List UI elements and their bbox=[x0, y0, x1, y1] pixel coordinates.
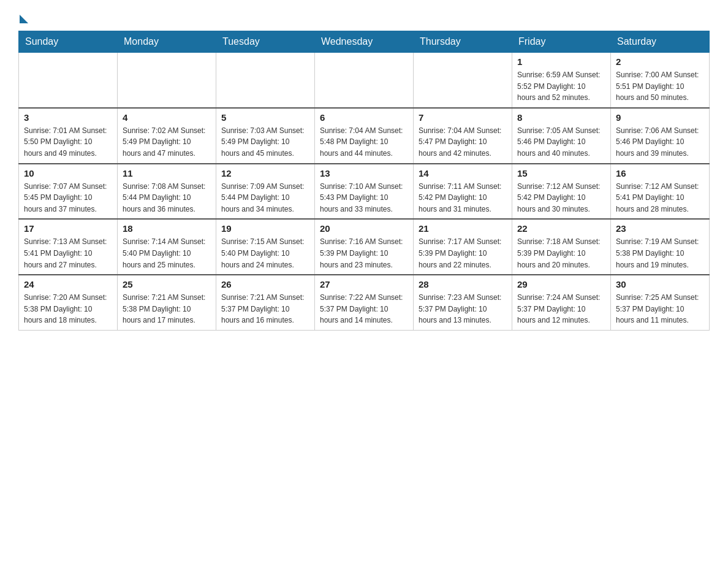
weekday-header-friday: Friday bbox=[512, 31, 611, 53]
day-number: 1 bbox=[517, 56, 605, 67]
calendar-week-row: 24Sunrise: 7:20 AM Sunset: 5:38 PM Dayli… bbox=[19, 275, 710, 330]
day-number: 9 bbox=[616, 112, 704, 123]
calendar-cell: 1Sunrise: 6:59 AM Sunset: 5:52 PM Daylig… bbox=[512, 53, 611, 108]
calendar-week-row: 3Sunrise: 7:01 AM Sunset: 5:50 PM Daylig… bbox=[19, 108, 710, 164]
day-info: Sunrise: 7:19 AM Sunset: 5:38 PM Dayligh… bbox=[616, 236, 704, 270]
calendar-cell bbox=[19, 53, 118, 108]
calendar-cell: 19Sunrise: 7:15 AM Sunset: 5:40 PM Dayli… bbox=[216, 219, 315, 275]
day-number: 28 bbox=[419, 279, 507, 289]
calendar-cell: 10Sunrise: 7:07 AM Sunset: 5:45 PM Dayli… bbox=[19, 164, 118, 220]
day-number: 10 bbox=[24, 168, 112, 178]
day-info: Sunrise: 7:20 AM Sunset: 5:38 PM Dayligh… bbox=[24, 292, 112, 326]
calendar-cell: 13Sunrise: 7:10 AM Sunset: 5:43 PM Dayli… bbox=[315, 164, 414, 220]
logo-arrow-icon bbox=[20, 15, 28, 23]
day-info: Sunrise: 7:17 AM Sunset: 5:39 PM Dayligh… bbox=[419, 236, 507, 270]
calendar-cell: 4Sunrise: 7:02 AM Sunset: 5:49 PM Daylig… bbox=[118, 108, 216, 164]
day-number: 13 bbox=[320, 168, 408, 178]
calendar-cell: 11Sunrise: 7:08 AM Sunset: 5:44 PM Dayli… bbox=[118, 164, 216, 220]
day-info: Sunrise: 7:08 AM Sunset: 5:44 PM Dayligh… bbox=[123, 181, 211, 215]
day-info: Sunrise: 7:13 AM Sunset: 5:41 PM Dayligh… bbox=[24, 236, 112, 270]
calendar-cell: 21Sunrise: 7:17 AM Sunset: 5:39 PM Dayli… bbox=[414, 219, 512, 275]
day-number: 2 bbox=[616, 56, 704, 67]
day-number: 8 bbox=[517, 112, 605, 123]
day-number: 4 bbox=[123, 112, 211, 123]
day-info: Sunrise: 7:14 AM Sunset: 5:40 PM Dayligh… bbox=[123, 236, 211, 270]
day-number: 24 bbox=[24, 279, 112, 289]
day-number: 27 bbox=[320, 279, 408, 289]
calendar-table: SundayMondayTuesdayWednesdayThursdayFrid… bbox=[18, 31, 710, 331]
calendar-cell: 30Sunrise: 7:25 AM Sunset: 5:37 PM Dayli… bbox=[611, 275, 710, 330]
logo bbox=[18, 12, 28, 21]
day-info: Sunrise: 7:21 AM Sunset: 5:38 PM Dayligh… bbox=[123, 292, 211, 326]
day-info: Sunrise: 7:05 AM Sunset: 5:46 PM Dayligh… bbox=[517, 125, 605, 159]
day-number: 12 bbox=[221, 168, 309, 178]
calendar-cell bbox=[118, 53, 216, 108]
calendar-cell: 12Sunrise: 7:09 AM Sunset: 5:44 PM Dayli… bbox=[216, 164, 315, 220]
day-info: Sunrise: 7:01 AM Sunset: 5:50 PM Dayligh… bbox=[24, 125, 112, 159]
calendar-cell: 9Sunrise: 7:06 AM Sunset: 5:46 PM Daylig… bbox=[611, 108, 710, 164]
day-number: 21 bbox=[419, 223, 507, 234]
day-info: Sunrise: 7:04 AM Sunset: 5:47 PM Dayligh… bbox=[419, 125, 507, 159]
day-number: 25 bbox=[123, 279, 211, 289]
day-info: Sunrise: 7:22 AM Sunset: 5:37 PM Dayligh… bbox=[320, 292, 408, 326]
calendar-cell: 25Sunrise: 7:21 AM Sunset: 5:38 PM Dayli… bbox=[118, 275, 216, 330]
day-info: Sunrise: 7:21 AM Sunset: 5:37 PM Dayligh… bbox=[221, 292, 309, 326]
day-number: 7 bbox=[419, 112, 507, 123]
day-info: Sunrise: 6:59 AM Sunset: 5:52 PM Dayligh… bbox=[517, 69, 605, 104]
day-info: Sunrise: 7:16 AM Sunset: 5:39 PM Dayligh… bbox=[320, 236, 408, 270]
calendar-cell: 17Sunrise: 7:13 AM Sunset: 5:41 PM Dayli… bbox=[19, 219, 118, 275]
day-number: 5 bbox=[221, 112, 309, 123]
calendar-cell: 2Sunrise: 7:00 AM Sunset: 5:51 PM Daylig… bbox=[611, 53, 710, 108]
calendar-cell: 6Sunrise: 7:04 AM Sunset: 5:48 PM Daylig… bbox=[315, 108, 414, 164]
day-number: 16 bbox=[616, 168, 704, 178]
day-info: Sunrise: 7:10 AM Sunset: 5:43 PM Dayligh… bbox=[320, 181, 408, 215]
calendar-cell: 29Sunrise: 7:24 AM Sunset: 5:37 PM Dayli… bbox=[512, 275, 611, 330]
calendar-cell: 24Sunrise: 7:20 AM Sunset: 5:38 PM Dayli… bbox=[19, 275, 118, 330]
day-number: 20 bbox=[320, 223, 408, 234]
calendar-week-row: 10Sunrise: 7:07 AM Sunset: 5:45 PM Dayli… bbox=[19, 164, 710, 220]
calendar-cell: 16Sunrise: 7:12 AM Sunset: 5:41 PM Dayli… bbox=[611, 164, 710, 220]
calendar-week-row: 17Sunrise: 7:13 AM Sunset: 5:41 PM Dayli… bbox=[19, 219, 710, 275]
calendar-cell: 26Sunrise: 7:21 AM Sunset: 5:37 PM Dayli… bbox=[216, 275, 315, 330]
day-number: 30 bbox=[616, 279, 704, 289]
calendar-cell: 22Sunrise: 7:18 AM Sunset: 5:39 PM Dayli… bbox=[512, 219, 611, 275]
calendar-cell: 18Sunrise: 7:14 AM Sunset: 5:40 PM Dayli… bbox=[118, 219, 216, 275]
day-number: 6 bbox=[320, 112, 408, 123]
calendar-cell: 7Sunrise: 7:04 AM Sunset: 5:47 PM Daylig… bbox=[414, 108, 512, 164]
calendar-cell: 3Sunrise: 7:01 AM Sunset: 5:50 PM Daylig… bbox=[19, 108, 118, 164]
weekday-header-thursday: Thursday bbox=[414, 31, 512, 53]
calendar-cell: 8Sunrise: 7:05 AM Sunset: 5:46 PM Daylig… bbox=[512, 108, 611, 164]
page-header bbox=[18, 12, 710, 21]
day-number: 3 bbox=[24, 112, 112, 123]
day-info: Sunrise: 7:23 AM Sunset: 5:37 PM Dayligh… bbox=[419, 292, 507, 326]
day-info: Sunrise: 7:12 AM Sunset: 5:41 PM Dayligh… bbox=[616, 181, 704, 215]
calendar-cell bbox=[414, 53, 512, 108]
weekday-header-saturday: Saturday bbox=[611, 31, 710, 53]
weekday-header-wednesday: Wednesday bbox=[315, 31, 414, 53]
day-info: Sunrise: 7:24 AM Sunset: 5:37 PM Dayligh… bbox=[517, 292, 605, 326]
day-number: 26 bbox=[221, 279, 309, 289]
day-number: 23 bbox=[616, 223, 704, 234]
day-number: 22 bbox=[517, 223, 605, 234]
day-number: 11 bbox=[123, 168, 211, 178]
calendar-cell: 15Sunrise: 7:12 AM Sunset: 5:42 PM Dayli… bbox=[512, 164, 611, 220]
day-info: Sunrise: 7:03 AM Sunset: 5:49 PM Dayligh… bbox=[221, 125, 309, 159]
calendar-cell: 23Sunrise: 7:19 AM Sunset: 5:38 PM Dayli… bbox=[611, 219, 710, 275]
day-number: 15 bbox=[517, 168, 605, 178]
day-info: Sunrise: 7:07 AM Sunset: 5:45 PM Dayligh… bbox=[24, 181, 112, 215]
weekday-header-tuesday: Tuesday bbox=[216, 31, 315, 53]
calendar-cell: 27Sunrise: 7:22 AM Sunset: 5:37 PM Dayli… bbox=[315, 275, 414, 330]
day-number: 19 bbox=[221, 223, 309, 234]
day-info: Sunrise: 7:11 AM Sunset: 5:42 PM Dayligh… bbox=[419, 181, 507, 215]
calendar-cell: 20Sunrise: 7:16 AM Sunset: 5:39 PM Dayli… bbox=[315, 219, 414, 275]
day-info: Sunrise: 7:12 AM Sunset: 5:42 PM Dayligh… bbox=[517, 181, 605, 215]
day-info: Sunrise: 7:02 AM Sunset: 5:49 PM Dayligh… bbox=[123, 125, 211, 159]
calendar-week-row: 1Sunrise: 6:59 AM Sunset: 5:52 PM Daylig… bbox=[19, 53, 710, 108]
calendar-cell: 28Sunrise: 7:23 AM Sunset: 5:37 PM Dayli… bbox=[414, 275, 512, 330]
day-info: Sunrise: 7:06 AM Sunset: 5:46 PM Dayligh… bbox=[616, 125, 704, 159]
calendar-cell: 5Sunrise: 7:03 AM Sunset: 5:49 PM Daylig… bbox=[216, 108, 315, 164]
day-number: 18 bbox=[123, 223, 211, 234]
day-number: 29 bbox=[517, 279, 605, 289]
day-info: Sunrise: 7:15 AM Sunset: 5:40 PM Dayligh… bbox=[221, 236, 309, 270]
day-number: 14 bbox=[419, 168, 507, 178]
